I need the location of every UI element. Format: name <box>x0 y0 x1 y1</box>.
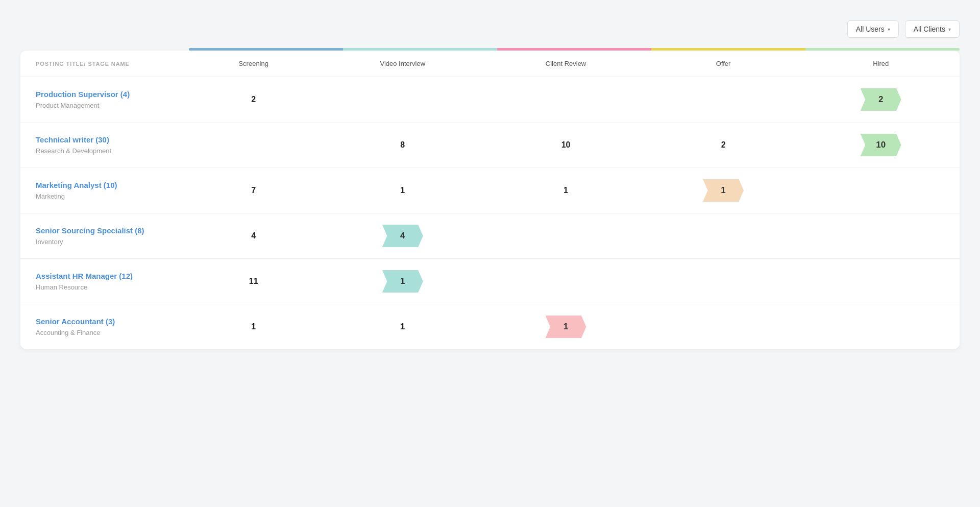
job-dept: Product Management <box>36 102 99 109</box>
col-screening: Screening <box>189 51 318 77</box>
job-dept: Research & Development <box>36 147 111 155</box>
screening-value: 11 <box>249 277 258 285</box>
all-clients-dropdown[interactable]: All Clients ▾ <box>905 20 960 38</box>
all-clients-label: All Clients <box>914 25 945 33</box>
posting-cell: Technical writer (30) Research & Develop… <box>20 123 189 168</box>
video-interview-cell: 1 <box>318 259 487 304</box>
client-review-value: 10 <box>561 140 571 149</box>
posting-cell: Production Supervisor (4) Product Manage… <box>20 77 189 123</box>
table-row: Marketing Analyst (10) Marketing 7111 <box>20 168 960 213</box>
chevron-down-icon: ▾ <box>948 27 951 32</box>
screening-cell <box>189 123 318 168</box>
offer-value: 2 <box>721 140 726 149</box>
client-review-badge: 1 <box>546 316 586 338</box>
video-interview-value: 1 <box>400 322 405 331</box>
offer-cell <box>645 213 802 259</box>
hired-cell: 2 <box>802 77 960 123</box>
filter-bar: All Users ▾ All Clients ▾ <box>20 20 960 38</box>
table-row: Technical writer (30) Research & Develop… <box>20 123 960 168</box>
screening-cell: 4 <box>189 213 318 259</box>
screening-value: 1 <box>251 322 256 331</box>
posting-cell: Assistant HR Manager (12) Human Resource <box>20 259 189 304</box>
video-interview-badge: 4 <box>382 225 423 247</box>
screening-cell: 2 <box>189 77 318 123</box>
all-users-dropdown[interactable]: All Users ▾ <box>847 20 899 38</box>
job-title-link[interactable]: Senior Accountant (3) <box>36 317 179 326</box>
col-posting: POSTING TITLE/ STAGE NAME <box>20 51 189 77</box>
client-review-cell: 10 <box>487 123 645 168</box>
col-offer: Offer <box>645 51 802 77</box>
color-bar-segment <box>497 48 651 51</box>
video-interview-cell: 1 <box>318 304 487 350</box>
screening-cell: 11 <box>189 259 318 304</box>
job-dept: Inventory <box>36 238 63 246</box>
screening-cell: 7 <box>189 168 318 213</box>
chevron-down-icon: ▾ <box>888 27 890 32</box>
pipeline-table: POSTING TITLE/ STAGE NAME Screening Vide… <box>20 51 960 349</box>
video-interview-value: 1 <box>400 186 405 195</box>
job-dept: Human Resource <box>36 283 87 291</box>
video-interview-cell: 1 <box>318 168 487 213</box>
video-interview-badge: 1 <box>382 270 423 293</box>
table-row: Senior Sourcing Specialist (8) Inventory… <box>20 213 960 259</box>
job-title-link[interactable]: Technical writer (30) <box>36 135 179 144</box>
pipeline-table-wrapper: POSTING TITLE/ STAGE NAME Screening Vide… <box>20 51 960 349</box>
job-title-link[interactable]: Production Supervisor (4) <box>36 90 179 99</box>
hired-cell <box>802 168 960 213</box>
offer-cell <box>645 259 802 304</box>
posting-cell: Senior Sourcing Specialist (8) Inventory <box>20 213 189 259</box>
offer-cell <box>645 77 802 123</box>
client-review-cell: 1 <box>487 304 645 350</box>
posting-cell: Marketing Analyst (10) Marketing <box>20 168 189 213</box>
video-interview-value: 8 <box>400 140 405 149</box>
offer-cell <box>645 304 802 350</box>
client-review-value: 1 <box>564 186 568 195</box>
col-client-review: Client Review <box>487 51 645 77</box>
job-dept: Accounting & Finance <box>36 329 100 336</box>
screening-value: 4 <box>251 231 256 240</box>
hired-cell <box>802 213 960 259</box>
video-interview-cell: 4 <box>318 213 487 259</box>
color-bar-segment <box>805 48 960 51</box>
job-title-link[interactable]: Assistant HR Manager (12) <box>36 272 179 280</box>
color-bar-segment <box>189 48 343 51</box>
hired-cell: 10 <box>802 123 960 168</box>
hired-badge: 10 <box>861 134 901 156</box>
hired-badge: 2 <box>861 88 901 111</box>
color-bar-segment <box>343 48 497 51</box>
offer-cell: 2 <box>645 123 802 168</box>
col-hired: Hired <box>802 51 960 77</box>
job-title-link[interactable]: Marketing Analyst (10) <box>36 181 179 189</box>
offer-cell: 1 <box>645 168 802 213</box>
video-interview-cell <box>318 77 487 123</box>
screening-value: 2 <box>251 95 256 104</box>
client-review-cell <box>487 213 645 259</box>
hired-cell <box>802 259 960 304</box>
client-review-cell <box>487 77 645 123</box>
posting-cell: Senior Accountant (3) Accounting & Finan… <box>20 304 189 350</box>
stage-color-bar <box>189 48 960 51</box>
table-row: Production Supervisor (4) Product Manage… <box>20 77 960 123</box>
job-dept: Marketing <box>36 192 65 200</box>
all-users-label: All Users <box>856 25 885 33</box>
table-row: Senior Accountant (3) Accounting & Finan… <box>20 304 960 350</box>
screening-value: 7 <box>251 186 256 195</box>
client-review-cell: 1 <box>487 168 645 213</box>
screening-cell: 1 <box>189 304 318 350</box>
job-title-link[interactable]: Senior Sourcing Specialist (8) <box>36 226 179 235</box>
offer-badge: 1 <box>703 179 744 202</box>
client-review-cell <box>487 259 645 304</box>
col-video-interview: Video Interview <box>318 51 487 77</box>
color-bar-segment <box>651 48 805 51</box>
table-row: Assistant HR Manager (12) Human Resource… <box>20 259 960 304</box>
hired-cell <box>802 304 960 350</box>
table-header-row: POSTING TITLE/ STAGE NAME Screening Vide… <box>20 51 960 77</box>
video-interview-cell: 8 <box>318 123 487 168</box>
